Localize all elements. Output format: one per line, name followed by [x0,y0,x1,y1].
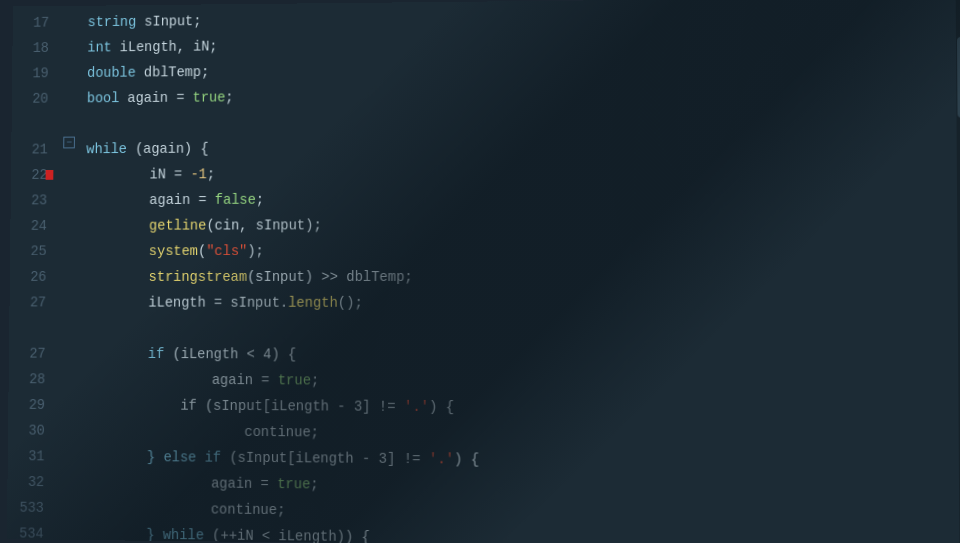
keyword-if: if [148,346,165,362]
code-text: (++iN < iLength)) { [204,527,370,543]
code-text: again = [146,372,278,388]
line-num: 31 [8,443,45,469]
line-num: 25 [10,239,47,265]
code-text: (sInput) >> dblTemp; [247,269,413,285]
code-text: continue; [145,501,285,518]
code-line: system("cls"); [85,237,947,264]
code-line: if (iLength < 4) { [84,341,948,370]
keyword-type: double [87,65,136,81]
code-text: (again) { [127,141,209,157]
fold-marker[interactable]: − [63,137,75,149]
function-call: getline [149,218,206,234]
line-num: 27 [9,290,46,316]
bool-value: true [193,90,226,106]
code-text: iLength = sInput. [116,295,288,311]
line-num: 23 [11,188,48,214]
code-text: dblTemp; [136,64,209,80]
code-text: ; [311,372,319,388]
keyword-while: } while [146,527,204,543]
code-text: again = [145,475,277,492]
string-literal: '.' [429,451,454,467]
bool-value: false [215,192,256,208]
line-num: 30 [8,418,45,444]
number-value: -1 [190,166,206,182]
code-text: if (sInput[iLength - 3] != [115,397,404,414]
code-text: again = [119,90,192,106]
line-num: 24 [10,213,47,239]
code-text: sInput; [136,13,201,29]
code-text: ); [247,243,264,259]
code-line-blank [84,315,947,343]
code-text: ; [225,90,233,106]
bool-value: true [277,476,310,492]
keyword-else-if: } else if [147,449,221,465]
code-line: iLength = sInput.length(); [85,290,948,317]
keyword-while: while [86,141,127,157]
code-text [116,218,149,234]
line-numbers: 17 18 19 20 21 22 23 24 25 26 27 27 28 2… [7,10,63,543]
code-text: ; [207,166,215,182]
code-text: (iLength < 4) { [164,346,296,362]
code-text [116,243,149,259]
code-text: iN = [117,166,191,182]
code-text: (); [338,295,363,311]
code-text: continue; [146,423,319,440]
line-num: 18 [12,35,49,61]
line-num: 32 [7,469,44,495]
code-line: while (again) { [86,132,946,162]
code-text: iLength, iN; [112,39,218,56]
code-text: ) { [454,451,479,467]
line-num: 17 [13,10,50,36]
line-num [9,315,46,341]
function-call: stringstream [149,269,248,285]
string-literal: '.' [404,399,429,415]
code-editor: 17 18 19 20 21 22 23 24 25 26 27 27 28 2… [7,0,960,543]
bool-value: true [278,372,311,388]
keyword-type: int [87,40,111,56]
code-line: iN = -1; [86,158,947,187]
line-num-bookmarked: 22 [11,162,48,188]
string-literal: "cls" [206,243,247,259]
keyword-type: bool [87,90,120,106]
code-text: ; [310,476,318,492]
code-line: again = false; [86,185,947,213]
code-text [115,346,148,362]
code-text: (cin, sInput); [206,217,321,233]
code-text: ) { [429,399,454,415]
line-num: 19 [12,61,49,87]
line-num: 29 [8,392,45,418]
line-num: 26 [10,264,47,290]
code-text: again = [117,192,215,208]
code-text: (sInput[iLength - 3] != [221,450,429,468]
code-area: 17 18 19 20 21 22 23 24 25 26 27 27 28 2… [7,0,960,543]
line-num [11,111,48,137]
keyword-type: string [88,14,137,30]
code-line: stringstream(sInput) >> dblTemp; [85,264,947,290]
line-num: 20 [12,86,49,112]
function-call: length [288,295,338,311]
code-text: ; [256,192,264,208]
line-num: 27 [9,341,46,367]
code-line: getline(cin, sInput); [85,211,947,239]
line-num: 534 [7,520,44,543]
code-lines: string sInput; int iLength, iN; double d… [74,1,960,543]
line-num: 533 [7,495,44,521]
line-num: 21 [11,137,48,163]
code-text [114,449,147,465]
function-call: system [149,243,198,259]
code-text [114,526,147,542]
code-text [116,269,149,285]
line-num: 28 [9,366,46,392]
